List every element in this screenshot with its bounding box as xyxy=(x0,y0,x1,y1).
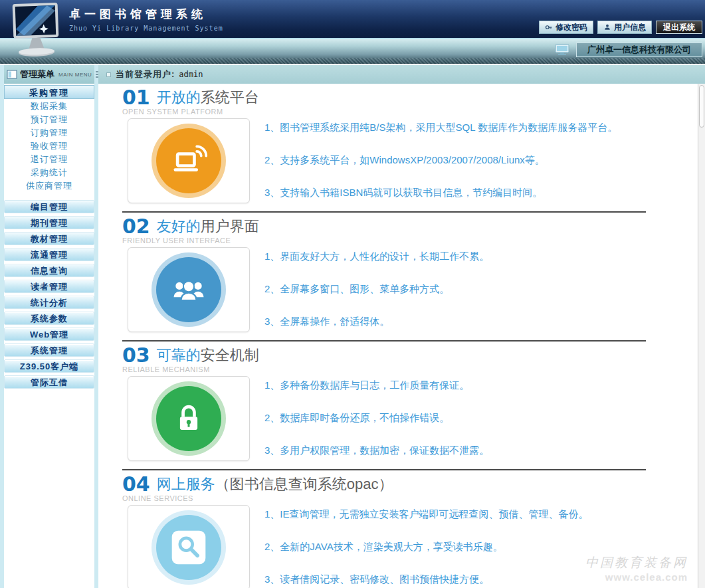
sidebar-section-button[interactable]: 系统管理 xyxy=(4,343,94,357)
section-row: 1、IE查询管理，无需独立安装客户端即可远程查阅、预借、管理、备份。2、全新的J… xyxy=(122,505,705,588)
feature-icon-card xyxy=(128,247,250,332)
lock-icon xyxy=(169,399,209,439)
sidebar-section-button[interactable]: 编目管理 xyxy=(4,200,94,213)
sidebar-item-purchase-selected[interactable]: 采购管理 xyxy=(4,85,94,99)
content-panel: 01 开放的 系统平台 OPEN SYSTEM PLATFORM 1、图书管理系… xyxy=(98,84,705,588)
sidebar-section-button[interactable]: 统计分析 xyxy=(4,296,94,309)
sidebar-header: 管理菜单 MAIN MENU xyxy=(4,65,94,84)
feature-item: 1、界面友好大方，人性化的设计，长期工作不累。 xyxy=(264,249,489,263)
feature-item-list: 1、界面友好大方，人性化的设计，长期工作不累。2、全屏幕多窗口、图形、菜单多种方… xyxy=(264,247,489,335)
sidebar-title: 管理菜单 xyxy=(20,68,54,80)
feature-item: 1、IE查询管理，无需独立安装客户端即可远程查阅、预借、管理、备份。 xyxy=(264,507,589,521)
main-area: 当前登录用户: admin 01 开放的 系统平台 OPEN SYSTEM PL… xyxy=(98,65,705,588)
section-divider xyxy=(122,340,646,342)
app-title: 卓一图书馆管理系统 xyxy=(69,7,223,22)
user-info-label: 用户信息 xyxy=(614,22,646,33)
sidebar-section-button[interactable]: 管际互借 xyxy=(4,375,94,389)
scrollbar-thumb[interactable] xyxy=(699,85,704,128)
sidebar-section-button[interactable]: 信息查询 xyxy=(4,264,94,277)
feature-section: 01 开放的 系统平台 OPEN SYSTEM PLATFORM 1、图书管理系… xyxy=(122,86,705,213)
app-window: 卓一图书馆管理系统 Zhuo Yi Library Management Sys… xyxy=(0,0,705,588)
app-logo-monitor-icon xyxy=(3,1,66,60)
section-number: 02 xyxy=(122,217,150,237)
feature-item: 2、数据库即时备份还原，不怕操作错误。 xyxy=(264,411,489,425)
company-name: 广州卓一信息科技有限公司 xyxy=(576,43,702,57)
icon-circle xyxy=(156,257,221,322)
sidebar-section-button[interactable]: 读者管理 xyxy=(4,280,94,293)
section-row: 1、图书管理系统采用纯B/S架构，采用大型SQL 数据库作为数据库服务器平台。2… xyxy=(122,118,705,206)
sidebar-subitem[interactable]: 退订管理 xyxy=(4,153,94,166)
sidebar: 管理菜单 MAIN MENU 采购管理 数据采集预订管理订购管理验收管理退订管理… xyxy=(0,65,98,588)
status-bullet-icon xyxy=(106,72,111,77)
sidebar-subitem[interactable]: 数据采集 xyxy=(4,100,94,113)
feature-sections: 01 开放的 系统平台 OPEN SYSTEM PLATFORM 1、图书管理系… xyxy=(122,86,705,588)
section-row: 1、多种备份数据库与日志，工作质量有保证。2、数据库即时备份还原，不怕操作错误。… xyxy=(122,376,705,464)
feature-section: 02 友好的 用户界面 FRIENDLY USER INTERFACE 1、界面… xyxy=(122,215,705,342)
section-divider xyxy=(122,211,646,213)
magnifier-icon xyxy=(169,528,209,567)
feature-section: 03 可靠的 安全机制 RELIABLE MECHANISM 1、多种备份数据库… xyxy=(122,344,705,470)
users-icon xyxy=(169,270,209,310)
sidebar-section-button[interactable]: 期刊管理 xyxy=(4,216,94,229)
feature-item: 1、图书管理系统采用纯B/S架构，采用大型SQL 数据库作为数据库服务器平台。 xyxy=(264,120,617,134)
sidebar-submenu: 数据采集预订管理订购管理验收管理退订管理采购统计供应商管理 xyxy=(4,100,94,193)
section-number: 01 xyxy=(122,88,150,108)
current-user-label: 当前登录用户: xyxy=(116,68,175,80)
sidebar-section-button[interactable]: 流通管理 xyxy=(4,248,94,261)
feature-item: 1、多种备份数据库与日志，工作质量有保证。 xyxy=(264,378,489,392)
sidebar-section-button[interactable]: 教材管理 xyxy=(4,232,94,245)
section-title-rest: 用户界面 xyxy=(201,217,259,237)
feature-item: 2、全新的JAVA技术，渲染美观大方，享受读书乐趣。 xyxy=(264,539,589,553)
feature-item-list: 1、IE查询管理，无需独立安装客户端即可远程查阅、预借、管理、备份。2、全新的J… xyxy=(264,505,589,588)
user-info-button[interactable]: 用户信息 xyxy=(597,21,652,34)
feature-icon-card xyxy=(128,376,250,461)
feature-icon-card xyxy=(128,505,250,588)
current-user-value: admin xyxy=(179,70,203,79)
feature-item: 3、读者借阅记录、密码修改、图书预借快捷方便。 xyxy=(264,572,589,586)
sidebar-subitem[interactable]: 预订管理 xyxy=(4,113,94,126)
logout-label: 退出系统 xyxy=(663,22,695,33)
sidebar-subitem[interactable]: 验收管理 xyxy=(4,140,94,153)
section-subtitle-en: ONLINE SERVICES xyxy=(122,494,705,503)
vertical-scrollbar[interactable] xyxy=(698,84,705,588)
feature-section: 04 网上服务 （图书信息查询系统opac） ONLINE SERVICES 1… xyxy=(122,473,705,588)
icon-halo xyxy=(151,252,226,327)
section-number: 03 xyxy=(122,345,150,365)
section-subtitle-en: OPEN SYSTEM PLATFORM xyxy=(122,108,705,116)
feature-item: 3、全屏幕操作，舒适得体。 xyxy=(264,314,489,328)
section-number: 04 xyxy=(122,474,150,494)
change-password-button[interactable]: 修改密码 xyxy=(539,21,593,34)
section-header: 01 开放的 系统平台 xyxy=(122,86,705,108)
section-header: 02 友好的 用户界面 xyxy=(122,215,705,237)
sidebar-subtitle: MAIN MENU xyxy=(58,72,92,78)
header-actions: 修改密码 用户信息 退出系统 xyxy=(539,21,702,34)
change-password-label: 修改密码 xyxy=(555,22,587,33)
menu-panel-icon xyxy=(7,70,17,79)
icon-circle xyxy=(156,386,221,451)
feature-icon-card xyxy=(128,118,250,203)
feature-item-list: 1、多种备份数据库与日志，工作质量有保证。2、数据库即时备份还原，不怕操作错误。… xyxy=(264,376,489,464)
company-monitor-icon xyxy=(555,44,569,56)
status-bar: 当前登录用户: admin xyxy=(98,65,705,84)
workspace: 管理菜单 MAIN MENU 采购管理 数据采集预订管理订购管理验收管理退订管理… xyxy=(0,64,705,588)
feature-item: 3、支持输入书籍ISBN码就可以获取书目信息，节约编目时间。 xyxy=(264,185,617,199)
section-title-highlight: 可靠的 xyxy=(157,345,201,365)
sidebar-subitem[interactable]: 订购管理 xyxy=(4,126,94,140)
sidebar-section-button[interactable]: 系统参数 xyxy=(4,312,94,325)
section-divider xyxy=(122,469,646,470)
app-header: 卓一图书馆管理系统 Zhuo Yi Library Management Sys… xyxy=(0,0,705,39)
section-title-highlight: 网上服务 xyxy=(157,474,215,494)
section-subtitle-en: FRIENDLY USER INTERFACE xyxy=(122,237,705,245)
section-row: 1、界面友好大方，人性化的设计，长期工作不累。2、全屏幕多窗口、图形、菜单多种方… xyxy=(122,247,705,335)
logout-button[interactable]: 退出系统 xyxy=(656,21,702,34)
sub-header: 广州卓一信息科技有限公司 xyxy=(0,39,705,64)
sidebar-subitem[interactable]: 采购统计 xyxy=(4,166,94,179)
icon-halo xyxy=(151,124,226,198)
feature-item: 3、多用户权限管理，数据加密，保证数据不泄露。 xyxy=(264,443,489,457)
section-header: 04 网上服务 （图书信息查询系统opac） xyxy=(122,473,705,494)
sidebar-section-button[interactable]: Z39.50客户端 xyxy=(4,359,94,373)
section-title-rest: 系统平台 xyxy=(201,88,259,108)
sidebar-section-button[interactable]: Web管理 xyxy=(4,328,94,341)
sidebar-subitem[interactable]: 供应商管理 xyxy=(4,179,94,193)
icon-circle xyxy=(156,515,221,580)
